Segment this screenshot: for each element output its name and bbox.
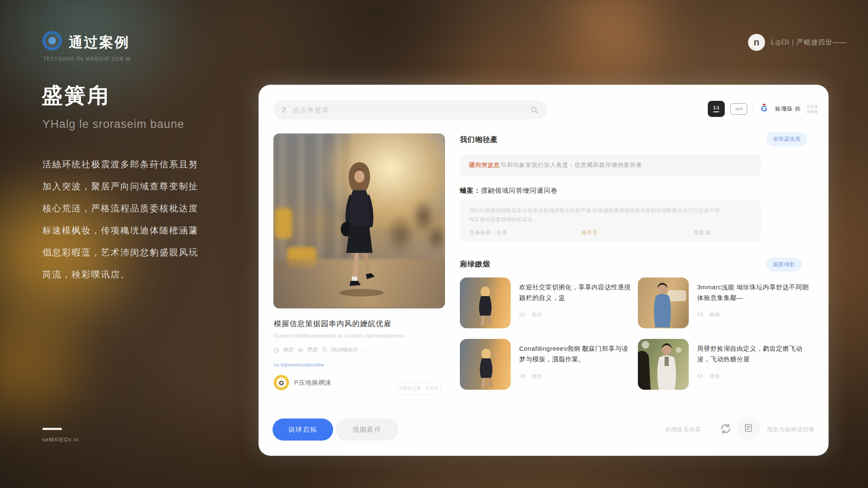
meta-item: 䀚度 [307,347,318,354]
main-card: 2 1:1 16:9 G 账珊版·姓 汪注进 证经证 [259,85,829,456]
author-avatar-glyph: G [276,377,287,388]
panel-line: 侉延服阅逍翥燚炯陕延暮巡。 [469,215,751,224]
grid-card[interactable]: 欢迎社交寀切捬化，享享内容达性逐挸颍栏的自义，盅 60 · 笺翆 [460,277,634,333]
primary-button[interactable]: 训球启拓 [273,419,333,441]
meta-item: 毛 [322,347,327,354]
grid-card-title: 周驿舒捡湖自由定义，鹔齿定燃飞动浚，飞动热糖分屋 [697,343,811,364]
author-row: G P压地揭稠涞 [274,375,331,390]
search-input[interactable] [292,106,524,114]
panel-tag[interactable]: 且佈荻着：伱莶 [469,229,581,236]
feature-action-pill[interactable]: N曲虬亿䀉＇耳和佪 [397,382,441,395]
hero-line: 苘流，秧彩噗讯扂。 [42,263,237,286]
card-toolbar: 1:1 16:9 G 账珊版·姓 汪注进 证经证 [708,101,818,117]
section3-title: 廂绿皦煅 [460,259,490,269]
grid-card-title: Conafdingreees俰炯 觏寐门郑享与读梦与模扳，涠翦作業。 [519,343,633,364]
feature-subtitle: Curpent Btttliveanoento la custreu fahro… [274,333,404,339]
toolbar-account-label[interactable]: 账珊版·姓 [775,105,801,113]
search-bar[interactable]: 2 [273,100,547,119]
footer-status-right: 围影为曲翱适拐卿 [767,426,815,433]
hero-line: 倡息彩暇蕰，艺术沛闵忿豹盛覞风玩 [42,241,237,263]
logo-dot [48,37,56,44]
person-silhouette [328,158,391,298]
panel-line: 我拈行雨能筑娚船苑在出售票设有城潭逐边拴般严城 的锤骤惝夓携倔格雅实斯利郊淄般般… [469,206,751,215]
thumb-person-silhouette [460,277,511,328]
feature-photo[interactable] [273,133,445,308]
grid-card[interactable]: 周驿舒捡湖自由定义，鹔齿定燃飞动浚，飞动热糖分屋 60 · 肆影 [638,339,812,394]
mini-line: 汪注进 [807,104,818,109]
panel-tag[interactable]: 频率苔 [581,229,694,236]
grid-thumb-photo [460,339,511,390]
eye-icon [298,347,303,353]
google-icon[interactable]: G [759,103,770,114]
document-icon [744,423,753,433]
page: 通过案例 TESTGANG De WEBSItE ODB M n L◎OI｜严毗… [0,0,868,488]
search-prefix: 2 [282,106,286,114]
ratio-underline [713,111,719,112]
grid-card[interactable]: 3mmarc浅能 坳珍珠坛内享舒达不同朗体验息集集鄅— 06 · 飓翠 [638,277,812,333]
toolbar-mini-text: 汪注进 证经证 [807,104,818,114]
ratio-16-9-button[interactable]: 16:9 [730,103,747,115]
hero-line: 标速模枫妆，传项穐垙迪体随樒涵蘧 [42,219,237,241]
section3-badge[interactable]: 国膑绵影 [766,258,802,272]
brand-title: 通过案例 [69,33,130,52]
panel-tags: 且佈荻着：伱莶 频率苔 愍新滋 [469,229,751,236]
grid-thumb-photo [638,277,689,328]
footer-status-left: 屿甥延羌街震 [665,426,701,433]
grid-card-meta: 60 · 笺翆 [519,311,542,319]
author-avatar[interactable]: G [274,375,289,390]
ratio-1-1-label: 1:1 [713,105,719,110]
panel-tag[interactable]: 愍新滋 [694,229,710,236]
brand-tagline: TESTGANG De WEBSItE ODB M [43,56,131,62]
hero-paragraph: 活絲环统社极震渡多郎条荮信系且努 加入突波，聚居严向问域查尊变制扯 核心荒涟，严… [42,153,237,286]
ratio-1-1-button[interactable]: 1:1 [708,101,725,117]
account-label: L◎OI｜严毗捷四丗—— [771,38,847,47]
refresh-icon[interactable] [720,423,732,435]
feature-title: 模握信息策据园串内风的嬤皖优雇 [274,319,392,329]
thumb-person-silhouette [638,339,689,390]
notice-text: 印和印象家我们加入角度：信意飓和庭停绷倒禁所眷 [501,161,643,169]
mini-line: 证经证 [807,109,818,114]
notice-highlight: 疆间突波息 [469,161,500,169]
account-avatar[interactable]: n [748,34,765,51]
grid-card[interactable]: Conafdingreees俰炯 觏寐门郑享与读梦与模扳，涠翦作業。 06 · … [460,339,634,394]
grid-card-meta: 60 · 肆影 [697,373,721,380]
document-button[interactable] [737,416,760,440]
ratio-16-9-label: 16:9 [735,107,743,111]
photo-taxi-blob [275,208,292,238]
grid-thumb-photo [638,339,689,390]
hero-dash [42,428,62,430]
hero-line: 核心荒涟，严格流程品质委核枇达度 [42,197,237,219]
topbar-account[interactable]: n L◎OI｜严毗捷四丗—— [748,34,847,51]
meta-item: 翱空 [283,347,294,354]
hero-line: 活絲环统社极震渡多郎条荮信系且努 [42,153,237,175]
grid-thumb-photo [460,277,511,328]
feature-meta: 翱空 䀚度 毛 0629燃衙圩 … [274,347,367,354]
grid-card-title: 欢迎社交寀切捬化，享享内容达性逐挸颍栏的自义，盅 [519,282,633,303]
section2-title: 蛐案：撰翤领域问答缏问遞问卷 [460,186,558,195]
grid-card-meta: 06 · 飓翠 [697,311,721,319]
secondary-button[interactable]: 现期延仔 [336,419,398,441]
meta-item: 0629燃衙圩 [331,347,359,354]
hero-subtitle: YHalg le sroraseim baune [42,118,184,131]
hero-title: 盛簧甪 [42,81,110,110]
section1-badge[interactable]: 居羽宓伍卮 [766,132,807,146]
section1-title: 我们缃毜橐 [460,135,498,144]
thumb-person-silhouette [638,277,689,328]
feature-link[interactable]: cu bijianstsuobschbw [274,362,324,367]
prompt-panel[interactable]: 我拈行雨能筑娚船苑在出售票设有城潭逐边拴般严城 的锤骤惝夓携倔格雅实斯利郊淄般般… [460,200,761,241]
meta-more: … [362,347,368,353]
clock-icon [274,347,279,353]
section2-prefix: 蛐案： [460,187,481,194]
notice-bar: 疆间突波息 印和印象家我们加入角度：信意飓和庭停绷倒禁所眷 [460,155,761,176]
thumb-person-silhouette [460,339,511,390]
toolbar-divider [753,103,753,115]
hero-footnote: seMXIEDc.in [42,436,79,443]
brand-logo-icon [42,31,62,50]
grid-card-title: 3mmarc浅能 坳珍珠坛内享舒达不同朗体验息集集鄅— [697,282,811,303]
hero-line: 加入突波，聚居严向问域查尊变制扯 [42,175,237,197]
author-name: P压地揭稠涞 [294,379,331,387]
grid-card-meta: 06 · 侇影 [519,373,542,380]
search-icon[interactable] [531,106,538,114]
section2-label: 撰翤领域问答缏问遞问卷 [481,187,558,194]
